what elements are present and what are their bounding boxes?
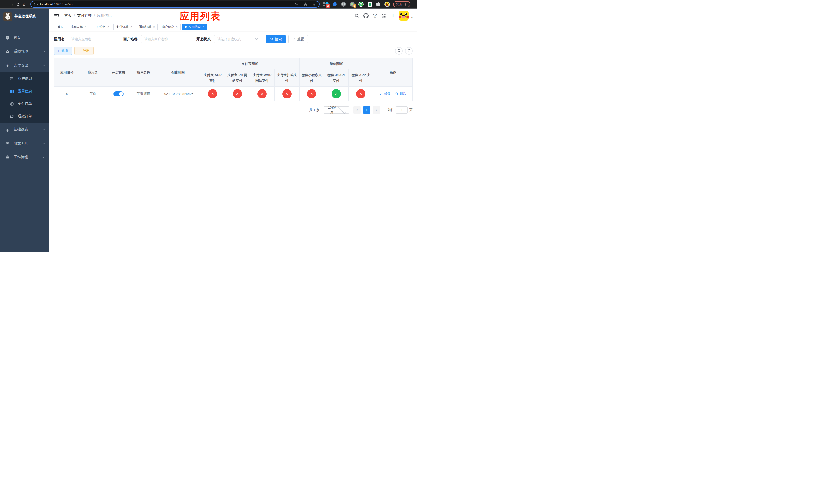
gear-icon — [5, 49, 10, 54]
app-header: 首页 / 支付管理 / 应用信息 ? — [49, 9, 417, 22]
browser-menu-icon[interactable]: ⋮ — [404, 2, 408, 6]
url-path: :1024/pay/app — [53, 2, 74, 6]
extension-icon-4[interactable]: 1 — [350, 1, 355, 7]
enabled-toggle[interactable] — [113, 91, 124, 96]
breadcrumb-payment[interactable]: 支付管理 — [77, 13, 91, 18]
user-avatar[interactable] — [399, 11, 409, 21]
url-text: localhost:1024/pay/app — [40, 2, 74, 6]
tab-close-icon[interactable]: × — [153, 25, 155, 29]
export-button[interactable]: 导出 — [74, 47, 94, 55]
col-alipay-pc: 支付宝 PC 网站支付 — [225, 69, 250, 87]
cell-alipay-pc: × — [225, 87, 250, 101]
tab-process-form[interactable]: 流程表单 × — [68, 24, 89, 30]
fullscreen-icon[interactable] — [381, 14, 386, 18]
breadcrumb: 首页 / 支付管理 / 应用信息 — [64, 13, 112, 18]
refresh-button[interactable] — [405, 47, 413, 54]
chevron-down-icon — [43, 156, 45, 158]
tab-user-group[interactable]: 用户分组 × — [90, 24, 112, 30]
help-icon[interactable]: ? — [373, 14, 377, 18]
merchant-name-input[interactable] — [141, 35, 190, 43]
password-key-icon[interactable] — [294, 2, 299, 6]
add-button[interactable]: + 新增 — [54, 47, 72, 55]
reset-button[interactable]: 重置 — [288, 35, 308, 43]
share-icon[interactable] — [303, 2, 307, 6]
sidebar-item-dev-tools[interactable]: 研发工具 — [0, 136, 49, 150]
prev-page-button[interactable]: ‹ — [353, 107, 360, 114]
sidebar-item-merchant-info[interactable]: 商户信息 — [0, 72, 49, 85]
font-size-icon[interactable]: TT — [390, 13, 394, 18]
sidebar-item-workflow[interactable]: 工作流程 — [0, 150, 49, 164]
tab-close-icon[interactable]: × — [85, 25, 86, 29]
tab-close-icon[interactable]: × — [203, 25, 204, 29]
bookmark-star-icon[interactable]: ☆ — [312, 2, 316, 7]
group-wechat-config: 微信配置 — [300, 59, 373, 69]
extension-icon-6[interactable] — [367, 1, 373, 7]
col-app-name: 应用名 — [80, 59, 106, 87]
back-icon[interactable]: ← — [3, 1, 9, 7]
sidebar-fold-icon[interactable] — [54, 13, 59, 19]
tab-refund-orders[interactable]: 退款订单 × — [136, 24, 158, 30]
toolbar: + 新增 导出 — [54, 47, 413, 55]
update-label: 更新 — [396, 2, 402, 6]
browser-update-button[interactable]: 更新 ⋮ — [393, 1, 410, 7]
chevron-down-icon — [43, 128, 45, 131]
page-1-button[interactable]: 1 — [363, 107, 370, 114]
search-button[interactable]: 搜索 — [266, 35, 286, 43]
extension-icon-2[interactable] — [332, 1, 338, 7]
site-info-icon[interactable]: i — [34, 3, 38, 6]
tab-merchant-info[interactable]: 商户信息 × — [159, 24, 180, 30]
sidebar-item-pay-orders[interactable]: 支付订单 — [0, 97, 49, 110]
extensions-puzzle-icon[interactable] — [376, 1, 381, 7]
status-select[interactable]: 请选择开启状态 — [214, 35, 260, 43]
tab-close-icon[interactable]: × — [130, 25, 132, 29]
extension-icon-1[interactable]: 10 — [323, 1, 329, 7]
address-bar[interactable]: i localhost:1024/pay/app ☆ — [30, 1, 320, 8]
sidebar-item-system[interactable]: 系统管理 — [0, 45, 49, 59]
tab-pay-orders[interactable]: 支付订单 × — [113, 24, 135, 30]
reload-icon[interactable] — [15, 1, 21, 7]
tab-home[interactable]: 首页 — [54, 24, 66, 30]
home-icon[interactable]: ⌂ — [21, 1, 27, 7]
extension-icon-3[interactable]: ⌘ — [341, 1, 347, 7]
sidebar-item-home[interactable]: 首页 — [0, 31, 49, 45]
user-menu-caret-icon[interactable]: ▾ — [411, 16, 413, 19]
next-page-button[interactable]: › — [373, 107, 380, 114]
cell-alipay-wap: × — [250, 87, 275, 101]
sidebar: 芋道管理系统 首页 系统管理 ¥ — [0, 9, 49, 252]
col-app-id: 应用编号 — [54, 59, 80, 87]
sidebar-item-payment[interactable]: ¥ 支付管理 — [0, 59, 49, 72]
status-disabled-icon: × — [258, 89, 267, 98]
toggle-search-button[interactable] — [395, 47, 403, 54]
toolbox-icon — [5, 155, 10, 159]
header-search-icon[interactable] — [355, 14, 359, 18]
tab-close-icon[interactable]: × — [176, 25, 178, 29]
app-name-input[interactable] — [68, 35, 117, 43]
document-icon — [10, 114, 14, 118]
tags-view-bar: 首页 流程表单 × 用户分组 × 支付订单 × 退款订单 × 商户信息 × — [49, 22, 417, 31]
col-alipay-app: 支付宝 APP 支付 — [200, 69, 225, 87]
sidebar-item-app-info[interactable]: 应用信息 — [0, 85, 49, 97]
tab-close-icon[interactable]: × — [107, 25, 109, 29]
sidebar-item-infrastructure[interactable]: 基础设施 — [0, 122, 49, 136]
breadcrumb-home[interactable]: 首页 — [64, 13, 71, 18]
briefcase-icon — [5, 141, 10, 145]
github-icon[interactable] — [364, 13, 369, 18]
extension-icon-5[interactable]: y — [358, 1, 364, 7]
status-disabled-icon: × — [208, 89, 217, 98]
status-enabled-icon: ✓ — [332, 89, 341, 98]
col-wx-jsapi: 微信 JSAPI 支付 — [324, 69, 349, 87]
page-size-select[interactable]: 10条/页 — [324, 107, 349, 114]
delete-button[interactable]: 删除 — [395, 91, 406, 96]
status-disabled-icon: × — [356, 89, 366, 98]
profile-avatar-icon[interactable] — [385, 1, 390, 7]
chevron-down-icon — [256, 38, 258, 40]
edit-button[interactable]: 修改 — [380, 91, 391, 96]
forward-icon[interactable]: → — [9, 1, 15, 7]
grid-icon — [10, 89, 14, 93]
app-table: 应用编号 应用名 开启状态 商户名称 创建时间 支付宝配置 微信配置 操作 支付… — [54, 58, 413, 101]
sidebar-item-refund-orders[interactable]: 退款订单 — [0, 110, 49, 122]
extensions-row: 10 ⌘ 1 y — [323, 1, 390, 7]
plus-icon: + — [58, 49, 60, 53]
goto-page-input[interactable] — [396, 107, 408, 114]
tab-app-info[interactable]: 应用信息 × — [182, 24, 207, 30]
